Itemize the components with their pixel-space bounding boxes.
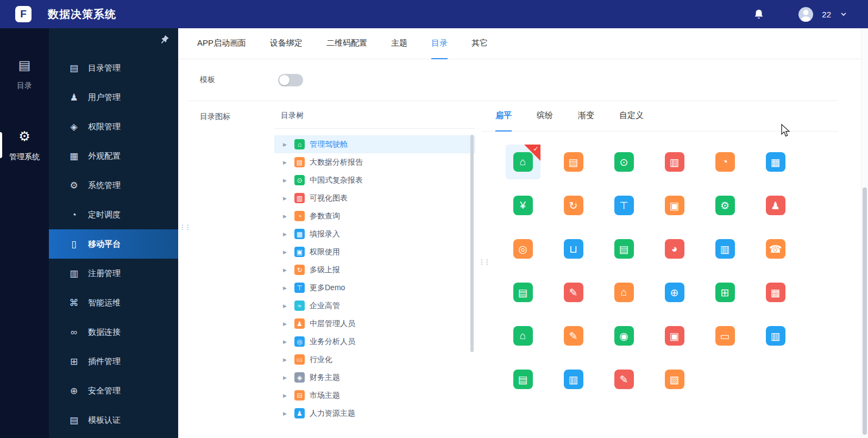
icon-grid-item[interactable]: ⊤ ✓ [599, 184, 649, 227]
sidebar-item[interactable]: ⚙ 系统管理 [49, 171, 178, 200]
sidebar-item[interactable]: ▥ 注册管理 [49, 259, 178, 288]
tree-item[interactable]: ▶ ⊤ 更多Demo [274, 279, 475, 297]
icon-style-tab[interactable]: 自定义 [619, 101, 644, 132]
sidebar-item[interactable]: ▤ 模板认证 [49, 405, 178, 435]
expand-chevron-icon[interactable]: ▶ [283, 339, 290, 345]
icon-grid-item[interactable]: ♟ ✓ [750, 184, 801, 227]
tree-item[interactable]: ▶ ◈ 财务主题 [274, 368, 475, 386]
icon-grid-item[interactable]: ⌂ ✓ [498, 140, 548, 184]
settings-tab[interactable]: 其它 [471, 28, 488, 59]
icon-grid-item[interactable]: ▥ ✓ [649, 140, 700, 184]
settings-tab[interactable]: APP启动画面 [197, 28, 246, 59]
icon-grid-item[interactable]: ▭ ✓ [700, 314, 750, 358]
notification-bell-icon[interactable] [753, 8, 765, 20]
tree-item[interactable]: ▶ ▦ 填报录入 [274, 225, 475, 243]
settings-tab[interactable]: 设备绑定 [270, 28, 303, 59]
icon-grid-item[interactable]: ⌂ ✓ [498, 314, 548, 358]
template-toggle[interactable] [278, 74, 303, 86]
sidebar-item[interactable]: ⊞ 插件管理 [49, 347, 178, 376]
icon-grid-item[interactable]: ◔ ✓ [700, 140, 750, 184]
sidebar-item[interactable]: ▤ 目录管理 [49, 53, 178, 83]
expand-chevron-icon[interactable]: ▶ [283, 375, 290, 380]
icon-grid-item[interactable]: ▤ ✓ [498, 358, 548, 401]
sidebar-item[interactable]: ⌘ 智能运维 [49, 288, 178, 317]
icon-grid-item[interactable]: ↻ ✓ [548, 184, 599, 227]
expand-chevron-icon[interactable]: ▶ [283, 231, 290, 237]
sidebar-item[interactable]: ▯ 移动平台 [49, 229, 178, 259]
tree-scrollbar[interactable] [470, 135, 474, 352]
icon-style-tab[interactable]: 渐变 [578, 101, 594, 132]
icon-grid-item[interactable]: ▥ ✓ [700, 227, 750, 271]
icon-grid-item[interactable]: ▤ ✓ [599, 227, 649, 271]
icon-grid-item[interactable]: ▧ ✓ [649, 358, 700, 401]
tree-item[interactable]: ▶ ♟ 人力资源主题 [274, 404, 475, 422]
unpin-icon[interactable] [159, 35, 169, 46]
icon-grid-item[interactable]: ▥ ✓ [750, 314, 801, 358]
expand-chevron-icon[interactable]: ▶ [283, 357, 290, 362]
app-logo-icon[interactable]: F [15, 6, 32, 22]
tree-item[interactable]: ▶ ⊟ 市场主题 [274, 386, 475, 404]
page-scrollbar-thumb[interactable] [863, 187, 867, 435]
settings-tab[interactable]: 目录 [431, 28, 448, 59]
icon-grid-item[interactable]: ✎ ✓ [548, 271, 599, 314]
expand-chevron-icon[interactable]: ▶ [283, 267, 290, 273]
icon-grid-item[interactable]: ◕ ✓ [649, 227, 700, 271]
sidebar-resize-handle[interactable]: ⋮⋮ [179, 226, 190, 230]
expand-chevron-icon[interactable]: ▶ [283, 214, 290, 219]
icon-grid-item[interactable]: ▦ ✓ [750, 140, 801, 184]
icon-style-tab[interactable]: 扁平 [495, 101, 512, 132]
rail-item[interactable]: ▤ 目录 [0, 59, 49, 91]
tree-item[interactable]: ▶ ▭ 行业化 [274, 351, 475, 368]
tree-item[interactable]: ▶ ♟ 中层管理人员 [274, 315, 475, 333]
expand-chevron-icon[interactable]: ▶ [283, 249, 290, 255]
sidebar-item[interactable]: ⊕ 安全管理 [49, 376, 178, 405]
user-avatar[interactable] [798, 7, 813, 22]
icon-grid-item[interactable]: ✎ ✓ [599, 358, 649, 401]
tree-item[interactable]: ▶ ◔ 参数查询 [274, 207, 475, 225]
settings-tab[interactable]: 二维码配置 [326, 28, 367, 59]
expand-chevron-icon[interactable]: ▶ [283, 160, 290, 165]
expand-chevron-icon[interactable]: ▶ [283, 178, 290, 183]
sidebar-item[interactable]: ▦ 外观配置 [49, 141, 178, 171]
icon-style-tab[interactable]: 缤纷 [537, 101, 553, 132]
settings-tab[interactable]: 主题 [391, 28, 407, 59]
expand-chevron-icon[interactable]: ▶ [283, 142, 290, 147]
tree-item[interactable]: ▶ ▣ 权限使用 [274, 243, 475, 261]
icon-grid-item[interactable]: ◎ ✓ [498, 227, 548, 271]
icon-grid-item[interactable]: ▣ ✓ [649, 314, 700, 358]
icon-grid-item[interactable]: ⌂ ✓ [599, 271, 649, 314]
icon-grid-item[interactable]: ⚙ ✓ [700, 184, 750, 227]
sidebar-item[interactable]: ♟ 用户管理 [49, 83, 178, 112]
icon-grid-item[interactable]: ▦ ✓ [750, 271, 801, 314]
icon-grid-item[interactable]: ✎ ✓ [548, 314, 599, 358]
icon-grid-item[interactable]: ◉ ✓ [599, 314, 649, 358]
sidebar-item[interactable]: ◈ 权限管理 [49, 112, 178, 141]
sidebar-item[interactable]: ∞ 数据连接 [49, 317, 178, 347]
expand-chevron-icon[interactable]: ▶ [283, 393, 290, 398]
icon-grid-item[interactable]: ▣ ✓ [649, 184, 700, 227]
icon-grid-item[interactable]: ▥ ✓ [548, 358, 599, 401]
icon-grid-item[interactable]: ⊙ ✓ [599, 140, 649, 184]
expand-chevron-icon[interactable]: ▶ [283, 303, 290, 309]
tree-item[interactable]: ▶ ↻ 多级上报 [274, 261, 475, 279]
expand-chevron-icon[interactable]: ▶ [283, 411, 290, 416]
sidebar-item[interactable]: ◔ 定时调度 [49, 200, 178, 229]
tree-item[interactable]: ▶ ▤ 大数据分析报告 [274, 153, 475, 171]
icon-grid-item[interactable]: ☎ ✓ [750, 227, 801, 271]
icon-grid-item[interactable]: ⊕ ✓ [649, 271, 700, 314]
icon-grid-item[interactable]: ⊔ ✓ [548, 227, 599, 271]
tree-item[interactable]: ▶ ◎ 业务分析人员 [274, 333, 475, 351]
tree-item[interactable]: ▶ ▥ 可视化图表 [274, 189, 475, 207]
tree-item[interactable]: ▶ ≈ 企业高管 [274, 297, 475, 315]
icon-grid-item[interactable]: ▤ ✓ [498, 271, 548, 314]
icon-grid-item[interactable]: ▤ ✓ [548, 140, 599, 184]
tree-item[interactable]: ▶ ⊙ 中国式复杂报表 [274, 171, 475, 189]
rail-item[interactable]: ⚙ 管理系统 [0, 130, 49, 162]
icon-grid-item[interactable]: ¥ ✓ [498, 184, 548, 227]
icon-grid-item[interactable]: ⊞ ✓ [700, 271, 750, 314]
expand-chevron-icon[interactable]: ▶ [283, 285, 290, 291]
expand-chevron-icon[interactable]: ▶ [283, 196, 290, 201]
tree-item[interactable]: ▶ ⌂ 管理驾驶舱 [274, 135, 475, 153]
pane-resize-handle[interactable]: ⋮⋮ [479, 260, 489, 265]
chevron-down-icon[interactable] [840, 10, 847, 18]
